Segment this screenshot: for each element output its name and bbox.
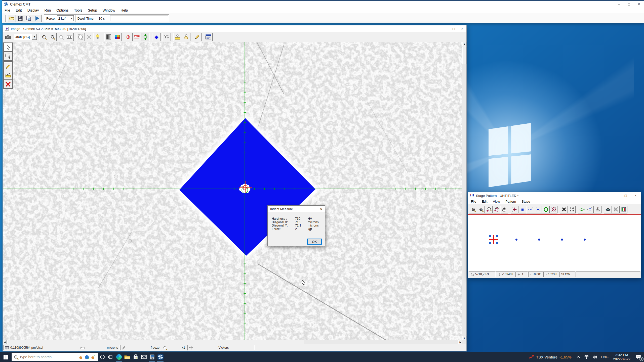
magnification-select[interactable]: 400x [SC] ▾: [14, 34, 37, 40]
indent-diamond-button[interactable]: ◆: [152, 33, 161, 41]
stage-titlebar[interactable]: Stage Pattern - UNTITLED * – □ ×: [468, 192, 641, 199]
pattern-point[interactable]: [515, 239, 517, 241]
draw-tool-button[interactable]: [4, 62, 12, 71]
comment-field[interactable]: [110, 15, 168, 21]
image-close-button[interactable]: ×: [458, 25, 466, 32]
zoom-out-button[interactable]: −: [48, 33, 57, 41]
taskbar-item-task-view[interactable]: [106, 352, 115, 362]
measure-curve-button[interactable]: [4, 71, 12, 80]
v-scroll-thumb[interactable]: [462, 47, 466, 64]
pattern-point[interactable]: [584, 239, 586, 241]
camera-button[interactable]: [4, 33, 12, 41]
stage-menu-view[interactable]: View: [490, 200, 503, 203]
stage-pan-button[interactable]: [500, 206, 508, 213]
stage-menu-file[interactable]: File: [468, 200, 479, 203]
menu-display[interactable]: Display: [25, 8, 42, 12]
scroll-down-button[interactable]: ▼: [462, 336, 466, 340]
menu-window[interactable]: Window: [100, 8, 118, 12]
taskbar-item-hardness-tester[interactable]: [148, 352, 156, 362]
rotate-pattern-button[interactable]: [586, 206, 594, 213]
copy-button[interactable]: [24, 15, 33, 22]
tray-clock[interactable]: 3:42 PM 2022-09-22: [613, 353, 630, 361]
main-titlebar[interactable]: Clemex CMT – □ ×: [2, 1, 644, 8]
single-point-button[interactable]: [534, 206, 542, 213]
image-titlebar[interactable]: Image - Clemex S3 2.35M #1593849 [1920x1…: [3, 25, 466, 32]
stage-zoom-in-button[interactable]: +: [469, 206, 477, 213]
pattern-point[interactable]: [561, 239, 563, 241]
stage-menu-pattern[interactable]: Pattern: [503, 200, 519, 203]
run-button[interactable]: [33, 15, 42, 22]
mask-button[interactable]: [76, 33, 85, 41]
pattern-info-button[interactable]: [620, 206, 627, 213]
stage-menu-stage[interactable]: Stage: [519, 200, 533, 203]
tray-notifications[interactable]: 1: [633, 352, 644, 362]
v-scrollbar[interactable]: ▲ ▼: [462, 42, 466, 340]
capture-settings-button[interactable]: [204, 33, 213, 41]
stage-minimize-button[interactable]: –: [611, 192, 621, 199]
region-select-button[interactable]: [4, 52, 12, 60]
search-input[interactable]: [19, 355, 67, 359]
save-button[interactable]: [16, 15, 24, 22]
edit-annotations-button[interactable]: [193, 33, 202, 41]
stage-target-button[interactable]: [141, 33, 150, 41]
stage-zoom-out-button[interactable]: −: [477, 206, 485, 213]
ellipse-pattern-button[interactable]: [542, 206, 550, 213]
zoom-in-button[interactable]: +: [39, 33, 48, 41]
dialog-close-button[interactable]: ×: [317, 206, 325, 212]
stage-zoom-points-button[interactable]: [493, 206, 500, 213]
color-map-button[interactable]: [113, 33, 122, 41]
origin-point-button[interactable]: [511, 206, 518, 213]
menu-run[interactable]: Run: [42, 8, 54, 12]
tray-network[interactable]: [584, 355, 589, 359]
taskbar-item-edge[interactable]: [115, 352, 123, 362]
specimen-image[interactable]: [3, 42, 462, 340]
tray-language[interactable]: ENG: [601, 355, 609, 359]
sort-measures-button[interactable]: [162, 33, 171, 41]
menu-options[interactable]: Options: [54, 8, 71, 12]
dwell-value[interactable]: 10 s: [94, 17, 109, 20]
taskbar-item-store[interactable]: [131, 352, 140, 362]
magnification-dropdown-button[interactable]: ▾: [32, 34, 37, 40]
illumination-button[interactable]: [93, 33, 102, 41]
force-select[interactable]: 2 kgf ▾: [57, 15, 74, 21]
taskbar-item-file-explorer[interactable]: [123, 352, 131, 362]
pattern-point[interactable]: [538, 239, 540, 241]
search-box[interactable]: [12, 353, 98, 361]
stage-maximize-button[interactable]: □: [621, 192, 631, 199]
gray-levels-button[interactable]: [104, 33, 113, 41]
menu-tools[interactable]: Tools: [71, 8, 85, 12]
image-minimize-button[interactable]: –: [441, 25, 449, 32]
scroll-left-button[interactable]: ◀: [3, 340, 7, 344]
dialog-titlebar[interactable]: Indent Measure ×: [268, 206, 325, 212]
menu-edit[interactable]: Edit: [13, 8, 25, 12]
ok-button[interactable]: OK: [307, 239, 321, 244]
search-highlights-decor[interactable]: [78, 354, 96, 360]
fit-width-button[interactable]: [65, 33, 74, 41]
taskbar-item-cortana[interactable]: [98, 352, 106, 362]
tray-volume[interactable]: [592, 355, 597, 359]
tray-chevron[interactable]: [578, 356, 580, 358]
grid-pattern-button[interactable]: [518, 206, 526, 213]
close-button[interactable]: ×: [634, 1, 644, 8]
stage-zoom-selection-button[interactable]: [485, 206, 493, 213]
move-indent-button[interactable]: [182, 33, 190, 41]
joystick-button[interactable]: [594, 206, 601, 213]
add-indent-button[interactable]: ⊕: [124, 33, 133, 41]
stage-close-button[interactable]: ×: [631, 192, 641, 199]
menu-file[interactable]: File: [2, 8, 13, 12]
delete-tool-button[interactable]: [4, 80, 12, 88]
measure-indent-button[interactable]: [173, 33, 182, 41]
stage-canvas[interactable]: [468, 215, 641, 271]
minimize-button[interactable]: –: [614, 1, 624, 8]
open-button[interactable]: [7, 15, 16, 22]
zoom-reset-button[interactable]: [57, 33, 65, 41]
fit-view-button[interactable]: [568, 206, 576, 213]
brightness-button[interactable]: [85, 33, 93, 41]
line-pattern-button[interactable]: [526, 206, 534, 213]
measure-ruler-button[interactable]: [133, 33, 141, 41]
grid-off-button[interactable]: [612, 206, 620, 213]
taskbar-item-mail[interactable]: [140, 352, 148, 362]
pointer-tool-button[interactable]: [4, 43, 12, 52]
target-point-button[interactable]: [550, 206, 557, 213]
h-scroll-thumb[interactable]: [7, 340, 304, 344]
